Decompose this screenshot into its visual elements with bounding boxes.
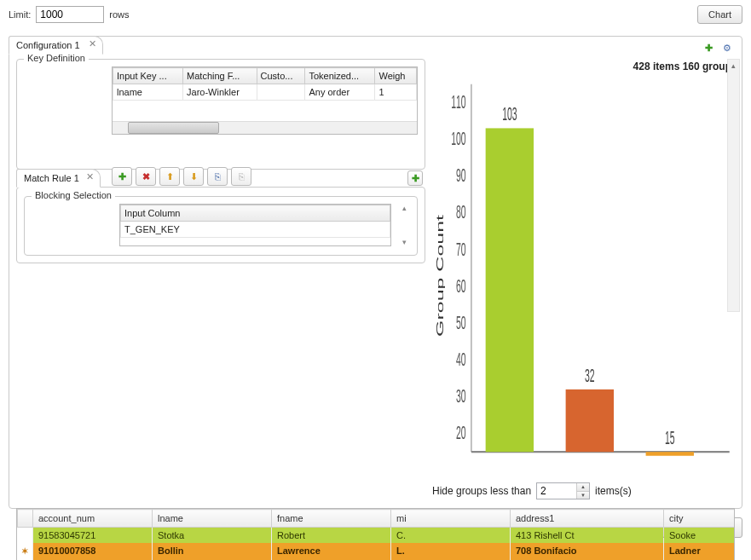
col-account_num[interactable]: account_num <box>33 510 153 528</box>
input-column-header: Input Column <box>121 205 390 222</box>
spin-up-icon[interactable]: ▲ <box>576 483 589 492</box>
cell[interactable]: Sooke <box>664 528 736 544</box>
v-scrollbar[interactable]: ▴ <box>727 59 740 312</box>
table-row[interactable]: ✶91010007858BollinLawrenceL.708 Bonifaci… <box>18 543 736 558</box>
add-rule-icon[interactable]: ✚ <box>407 170 423 186</box>
blocking-grid[interactable]: Input Column T_GEN_KEY <box>119 204 391 246</box>
spin-down-icon[interactable]: ▼ <box>576 492 589 499</box>
paste-icon[interactable]: ⎘ <box>231 167 251 186</box>
hide-value[interactable] <box>537 483 576 499</box>
cell[interactable]: Bollin <box>153 543 272 558</box>
table-row[interactable]: 91583045721StotkaRobertC.413 Rishell CtS… <box>18 528 736 544</box>
key-cell[interactable]: Any order <box>305 84 375 101</box>
svg-text:Group Count: Group Count <box>434 214 445 337</box>
chart-title: 428 items 160 group <box>432 61 731 72</box>
svg-text:20: 20 <box>456 422 466 444</box>
hide-unit: items(s) <box>595 485 632 497</box>
svg-text:50: 50 <box>456 311 466 333</box>
cell[interactable]: Stotka <box>153 528 272 544</box>
svg-text:15: 15 <box>665 427 675 449</box>
key-col-header[interactable]: Matching F... <box>183 68 257 84</box>
cell[interactable]: 708 Bonifacio <box>511 543 664 558</box>
close-icon[interactable]: ✕ <box>86 171 94 182</box>
cell[interactable]: 91583045721 <box>33 528 153 544</box>
gear-icon[interactable]: ⚙ <box>719 40 735 55</box>
row-marker <box>18 528 33 544</box>
key-cell[interactable]: 1 <box>375 84 417 101</box>
marker-col <box>18 510 33 528</box>
cell[interactable]: 413 Rishell Ct <box>511 528 664 544</box>
delete-icon[interactable]: ✖ <box>136 167 156 186</box>
config-tab-label[interactable]: Configuration 1 <box>16 40 80 50</box>
key-col-header[interactable]: Tokenized... <box>305 68 375 84</box>
results-table[interactable]: account_numlnamefnamemiaddress1city 9158… <box>16 508 735 560</box>
cell[interactable]: Ladner <box>664 543 736 558</box>
add-icon[interactable]: ✚ <box>112 167 132 186</box>
blocking-title: Blocking Selection <box>32 190 115 200</box>
key-def-grid[interactable]: Input Key ...Matching F...Custo...Tokeni… <box>112 66 418 135</box>
cell[interactable]: L. <box>391 543 511 558</box>
svg-text:103: 103 <box>502 103 517 125</box>
key-col-header[interactable]: Weigh <box>375 68 417 84</box>
up-icon[interactable]: ⬆ <box>159 167 180 186</box>
col-address1[interactable]: address1 <box>511 510 664 528</box>
limit-unit: rows <box>109 9 129 20</box>
svg-text:110: 110 <box>451 90 466 113</box>
h-scrollbar[interactable] <box>113 121 417 134</box>
cell[interactable]: C. <box>391 528 511 544</box>
group-count-chart: 2030405060708090100110Group Count1033215 <box>432 72 735 479</box>
svg-rect-15 <box>566 390 614 452</box>
key-col-header[interactable]: Input Key ... <box>113 68 183 84</box>
group-marker-icon: ✶ <box>21 546 28 556</box>
v-scrollbar[interactable]: ▴▾ <box>398 204 410 246</box>
key-col-header[interactable]: Custo... <box>257 68 305 84</box>
hide-spinner[interactable]: ▲▼ <box>536 482 590 499</box>
blocking-value[interactable]: T_GEN_KEY <box>121 222 390 238</box>
col-mi[interactable]: mi <box>391 510 511 528</box>
svg-text:80: 80 <box>456 201 466 223</box>
cell[interactable]: Robert <box>272 528 391 544</box>
svg-text:40: 40 <box>456 349 466 371</box>
col-lname[interactable]: lname <box>153 510 272 528</box>
cell[interactable]: Lawrence <box>272 543 391 558</box>
copy-icon[interactable]: ⎘ <box>207 167 228 186</box>
svg-text:90: 90 <box>456 165 466 187</box>
svg-rect-17 <box>646 452 694 456</box>
col-fname[interactable]: fname <box>272 510 391 528</box>
close-icon[interactable]: ✕ <box>89 38 96 49</box>
key-cell[interactable]: lname <box>113 84 183 101</box>
add-config-icon[interactable]: ✚ <box>701 40 716 55</box>
down-icon[interactable]: ⬇ <box>183 167 204 186</box>
svg-text:70: 70 <box>456 238 466 260</box>
limit-label: Limit: <box>9 9 31 20</box>
key-cell[interactable] <box>257 84 305 101</box>
svg-text:32: 32 <box>585 364 595 386</box>
col-city[interactable]: city <box>664 510 736 528</box>
limit-input[interactable] <box>36 6 104 23</box>
key-cell[interactable]: Jaro-Winkler <box>183 84 257 101</box>
svg-text:100: 100 <box>451 128 466 150</box>
match-rule-tab[interactable]: Match Rule 1 <box>24 173 79 183</box>
svg-text:30: 30 <box>456 385 466 407</box>
svg-text:60: 60 <box>456 274 466 297</box>
hide-label: Hide groups less than <box>432 485 531 497</box>
chart-button[interactable]: Chart <box>697 5 742 24</box>
svg-rect-13 <box>486 128 534 452</box>
cell[interactable]: 91010007858 <box>33 543 153 558</box>
row-marker: ✶ <box>18 543 33 558</box>
